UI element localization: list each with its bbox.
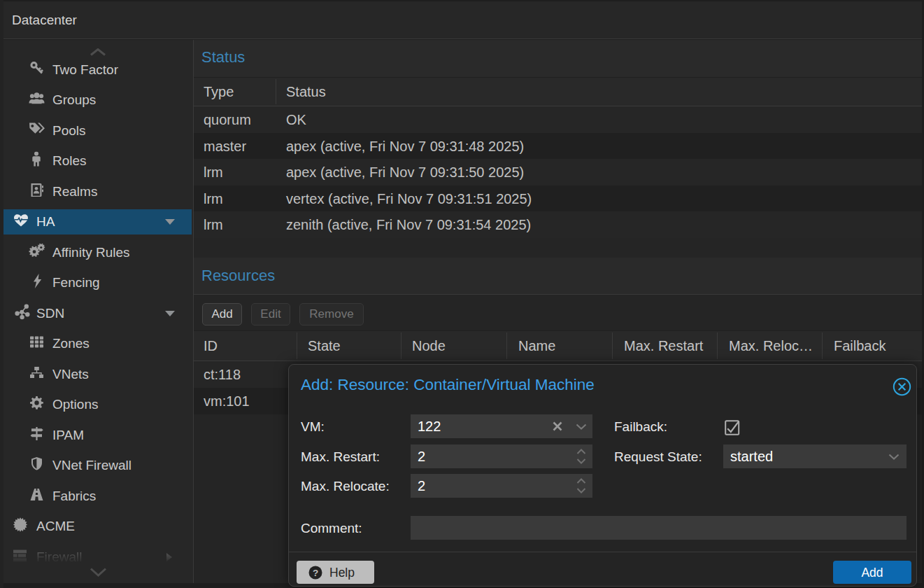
svg-text:?: ? — [313, 568, 318, 578]
